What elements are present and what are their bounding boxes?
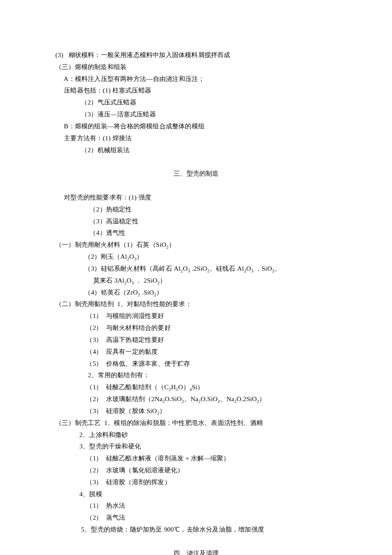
body-line: （4） 应具有一定的黏度 [55, 346, 347, 358]
text-fragment: 、Na [184, 395, 198, 402]
body-line: （1） 热水法 [55, 500, 347, 512]
text-fragment: 、硅线石 Al [210, 265, 244, 272]
body-line: （2）气压式压蜡器 [55, 96, 347, 108]
text-fragment: O.SiO [201, 395, 218, 402]
body-line: （2）热稳定性 [55, 203, 347, 215]
text-fragment: H [171, 383, 176, 390]
section-heading: 四、浇注及清理 [45, 547, 347, 555]
body-line: （5） 价格低、来源丰富、便于贮存 [55, 358, 347, 370]
body-line: （三）熔模的制造和组装 [55, 61, 347, 73]
body-line: 莫来石 3Al2O3 ． 2SiO2） [55, 275, 347, 286]
text-fragment: ） [169, 241, 175, 248]
body-line: （4）锆英石（ZrO2 .SiO2） [55, 286, 347, 298]
body-line: （三）制壳工艺 1、模组的除油和脱脂：中性肥皂水、表面活性剂、酒精 [55, 417, 347, 429]
body-line: （3） 高温下热稳定性要好 [55, 334, 347, 346]
blank-line [55, 179, 347, 191]
text-fragment: （4）锆英石（ZrO [55, 289, 138, 296]
text-fragment: （3）硅铝系耐火材料（高岭石 Al [55, 265, 181, 272]
body-line: （3）硅铝系耐火材料（高岭石 Al2O3 .2SiO2、硅线石 Al2O3 ．S… [55, 263, 347, 275]
body-line: （2） 与耐火材料结合的要好 [55, 322, 347, 334]
text-fragment: （2）刚玉（Al [55, 253, 127, 260]
blank-line [55, 535, 347, 547]
body-line: （2）刚玉（Al2O3） [55, 251, 347, 263]
body-line: （一）制壳用耐火材料（1）石英（SiO2） [55, 239, 347, 251]
text-fragment: 、Na [220, 395, 234, 402]
body-line: (3) 糊状模料：一般采用液态模料中加入固体模料屑搅拌而成 [55, 49, 347, 61]
text-fragment: ） [156, 289, 163, 296]
blank-line [55, 156, 347, 168]
text-fragment: ） [259, 395, 265, 402]
text-fragment: （2） 水玻璃黏结剂（2Na [55, 395, 162, 402]
body-line: （1） 硅酸乙酯黏结剂（（C2H5O）4Si） [55, 381, 347, 393]
body-line: （4）透气性 [55, 227, 347, 239]
text-fragment: O [246, 265, 251, 272]
text-fragment: Si） [192, 383, 204, 390]
body-line: （二）制壳用黏结剂 1、对黏结剂性能的要求： [55, 298, 347, 310]
text-fragment: 莫来石 3Al [55, 277, 124, 284]
body-line: 压蜡器包括：(1) 柱塞式压蜡器 [55, 84, 347, 96]
body-line: （3） 硅溶胶（溶剂的挥发） [55, 476, 347, 488]
text-fragment: ．SiO [254, 265, 272, 272]
body-line: 3、型壳的干燥和硬化 [55, 440, 347, 452]
body-line: B：熔模的组装—将合格的熔模组合成整体的模组 [55, 120, 347, 132]
text-fragment: O [127, 277, 131, 284]
text-fragment: O [183, 265, 187, 272]
body-line: 2、常用的黏结剂有： [55, 369, 347, 381]
text-fragment: ） [160, 277, 166, 284]
body-line: 4、脱模 [55, 488, 347, 500]
text-fragment: ） [159, 407, 166, 414]
body-line: 5、型壳的焙烧：随炉加热至 900℃，去除水分及油脂，增加强度 [55, 523, 347, 535]
text-fragment: 、 [274, 265, 281, 272]
text-fragment: .SiO [140, 289, 154, 296]
text-fragment: （3） 硅溶胶（胶体 SiO [55, 407, 157, 414]
body-line: 对型壳的性能要求有：(1) 强度 [55, 191, 347, 203]
text-fragment: ） [136, 253, 143, 260]
body-line: （1） 硅酸乙酯水解液（溶剂蒸发 + 水解—缩聚） [55, 452, 347, 464]
text-fragment: ． 2SiO [134, 277, 158, 284]
body-line: 主要方法有：(1) 焊接法 [55, 132, 347, 144]
section-heading: 三、型壳的制造 [45, 168, 347, 179]
text-fragment: O.2SiO [236, 395, 257, 402]
text-fragment: O） [178, 383, 189, 390]
text-fragment: O [130, 253, 134, 260]
body-line: （3） 硅溶胶（胶体 SiO2） [55, 405, 347, 417]
text-fragment: O.SiO [165, 395, 182, 402]
body-line: 2、上涂料和撒砂 [55, 429, 347, 441]
body-line: （2） 水玻璃（氯化铝溶液硬化） [55, 464, 347, 476]
body-line: （1） 与模组的润湿性要好 [55, 310, 347, 322]
body-line: （2） 水玻璃黏结剂（2Na2O.SiO2、Na2O.SiO2、Na2O.2Si… [55, 393, 347, 405]
body-line: （2）机械组装法 [55, 144, 347, 156]
body-line: （3）液压—活塞式压蜡器 [55, 108, 347, 120]
body-line: A：模料注入压型有两种方法---自由浇注和压注； [55, 73, 347, 85]
text-fragment: .2SiO [190, 265, 207, 272]
text-fragment: （1） 硅酸乙酯黏结剂（（C [55, 383, 169, 390]
body-line: （3）高温稳定性 [55, 215, 347, 227]
text-fragment: （一）制壳用耐火材料（1）石英（SiO [55, 241, 166, 248]
body-line: （2） 蒸气法 [55, 512, 347, 523]
document-page: (3) 糊状模料：一般采用液态模料中加入固体模料屑搅拌而成 （三）熔模的制造和组… [0, 0, 392, 555]
